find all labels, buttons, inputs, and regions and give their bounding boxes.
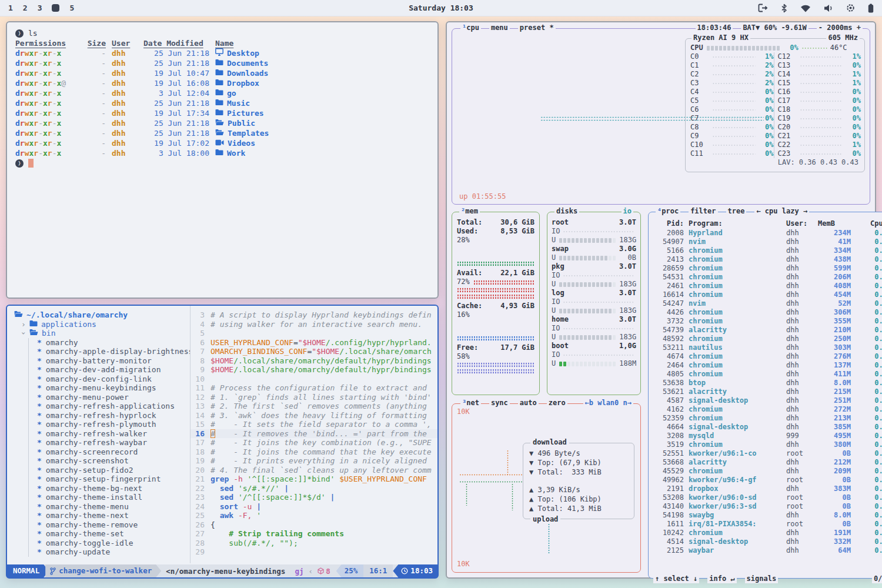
process-row[interactable]: 5166chromium dhh334M 0.0 — [653, 246, 882, 255]
terminal-window[interactable]: ❭ ls Permissions Size User Date Modified… — [6, 21, 439, 299]
process-row[interactable]: 4426chromium dhh306M 0.0 — [653, 308, 882, 317]
process-row[interactable]: 45529chromium dhh209M 0.0 — [653, 467, 882, 476]
proc-footer-action[interactable]: info ↵ — [707, 574, 736, 583]
tab-zero[interactable]: zero — [547, 399, 567, 407]
tree-file[interactable]: *omarchy-theme-install — [29, 493, 190, 502]
system-monitor-window[interactable]: ¹cpumenupreset * 18:03:46 BAT▼ 60% -9.61… — [446, 21, 876, 579]
process-row[interactable]: 2125waybar dhh64M 0.0 — [653, 546, 882, 555]
process-row[interactable]: 53621alacritty dhh215M 0.0 — [653, 387, 882, 396]
tab-io[interactable]: io — [622, 207, 633, 216]
tree-file[interactable]: *omarchy-dev-config-link — [29, 375, 190, 384]
gear-icon[interactable] — [846, 4, 855, 12]
tree-file[interactable]: *omarchy-screenrecord — [29, 447, 190, 457]
process-row[interactable]: 2008Hyprland dhh234M 0.0 — [653, 229, 882, 238]
tree-file[interactable]: *omarchy-theme-remove — [29, 520, 190, 530]
process-row[interactable]: 10242chromium dhh191M 0.0 — [653, 529, 882, 537]
tree-file[interactable]: *omarchy-refresh-hyprlock — [29, 411, 190, 420]
process-row[interactable]: 1611irq/81-PIXA3854: root0B 0.0 — [653, 520, 882, 529]
tree-file[interactable]: *omarchy-refresh-applications — [29, 402, 190, 411]
process-row[interactable]: 2413chromium dhh438M 0.0 — [653, 255, 882, 264]
tree-dir-applications[interactable]: ›applications — [13, 320, 190, 329]
tree-file[interactable]: *omarchy-refresh-walker — [29, 429, 190, 439]
tree-dir-bin[interactable]: ›bin — [13, 329, 190, 338]
tree-file[interactable]: *omarchy-setup-fingerprint — [29, 475, 190, 484]
proc-footer-action[interactable]: signals — [745, 574, 779, 583]
process-row[interactable]: 4805chromium dhh411M 0.0 — [653, 370, 882, 379]
process-row[interactable]: 43140kworker/u96:3-sd root0B 0.0 — [653, 502, 882, 511]
tab-net[interactable]: ³net — [460, 399, 481, 407]
net-interface[interactable]: ←b wlan0 n→ — [583, 399, 633, 407]
battery-icon[interactable] — [868, 4, 874, 13]
tree-root[interactable]: ~/.local/share/omarchy — [13, 310, 190, 320]
process-row[interactable]: 16614chromium dhh454M 0.0 — [653, 290, 882, 299]
tree-file[interactable]: *omarchy-battery-monitor — [29, 356, 190, 366]
process-row[interactable]: 4514signal-desktop dhh332M 0.0 — [653, 537, 882, 546]
process-row[interactable]: 54531chromium dhh206M 0.0 — [653, 273, 882, 282]
process-row[interactable]: 3519chromium dhh380M 0.0 — [653, 440, 882, 449]
line-number: 28 — [191, 539, 211, 548]
process-row[interactable]: 53211nautilus dhh303M 0.0 — [653, 343, 882, 352]
volume-icon[interactable] — [824, 4, 833, 12]
tab-tree[interactable]: tree — [726, 207, 747, 216]
process-row[interactable]: 2461chromium dhh408M 0.0 — [653, 282, 882, 290]
process-row[interactable]: 2191dropbox dhh383M 0.0 — [653, 485, 882, 493]
tree-file[interactable]: *omarchy-theme-set — [29, 529, 190, 539]
tab-auto[interactable]: auto — [518, 399, 539, 407]
process-row[interactable]: 53638btop dhh8.0M 0.0 — [653, 379, 882, 387]
editor-window[interactable]: ~/.local/share/omarchy ›applications ›bi… — [6, 305, 439, 579]
tab-proc[interactable]: ⁴proc — [656, 207, 680, 216]
tree-file[interactable]: *omarchy-update — [29, 547, 190, 557]
tab-mem[interactable]: ²mem — [459, 207, 480, 216]
tree-file[interactable]: *omarchy — [29, 338, 190, 348]
tree-file[interactable]: *omarchy-toggle-idle — [29, 539, 190, 548]
tree-file[interactable]: *omarchy-theme-menu — [29, 502, 190, 512]
process-row[interactable]: 52359chromium dhh213M 0.0 — [653, 414, 882, 423]
process-row[interactable]: 53668alacritty dhh212M 0.0 — [653, 458, 882, 467]
tab--cpu-lazy-[interactable]: ← cpu lazy → — [754, 207, 809, 216]
process-row[interactable]: 3208mysqld 999495M 0.0 — [653, 432, 882, 440]
process-row[interactable]: 3732chromium dhh355M 0.0 — [653, 317, 882, 326]
process-row[interactable]: 48592chromium dhh250M 0.0 — [653, 335, 882, 343]
tab-menu[interactable]: menu — [489, 24, 510, 32]
process-row[interactable]: 4664signal-desktop dhh385M 0.0 — [653, 423, 882, 432]
tree-file[interactable]: *omarchy-setup-fido2 — [29, 466, 190, 475]
tree-file[interactable]: *omarchy-refresh-waybar — [29, 438, 190, 447]
bluetooth-icon[interactable] — [781, 4, 787, 13]
tab-disks[interactable]: disks — [554, 207, 579, 216]
tab-filter[interactable]: filter — [689, 207, 717, 216]
file-tree[interactable]: ~/.local/share/omarchy ›applications ›bi… — [7, 306, 191, 563]
file-owner: dhh — [112, 108, 138, 118]
process-row[interactable]: 28659chromium dhh599M 0.0 — [653, 264, 882, 273]
process-row[interactable]: 54198swaybg dhh8.0M 0.0 — [653, 511, 882, 520]
code-editor[interactable]: 3# A script to display Hyprland keybindi… — [191, 306, 437, 563]
process-row[interactable]: 52551kworker/u96:1-co root0B 0.0 — [653, 449, 882, 458]
tree-file[interactable]: *omarchy-theme-next — [29, 511, 190, 520]
process-row[interactable]: 54247nvim dhh52M 0.0 — [653, 299, 882, 308]
tree-file[interactable]: *omarchy-menu-keybindings — [29, 383, 190, 393]
tree-file[interactable]: *omarchy-menu-power — [29, 393, 190, 402]
process-row[interactable]: 53208kworker/u96:0-sd root0B 0.0 — [653, 493, 882, 502]
process-row[interactable]: 54739alacritty dhh210M 0.0 — [653, 326, 882, 335]
tab-preset-[interactable]: preset * — [518, 24, 556, 32]
process-row[interactable]: 2464chromium dhh137M 0.0 — [653, 361, 882, 370]
process-row[interactable]: 4674chromium dhh276M 0.0 — [653, 352, 882, 361]
prompt-line[interactable]: ❭ — [15, 158, 429, 168]
tree-file[interactable]: *omarchy-screenshot — [29, 456, 190, 466]
process-row[interactable]: 4162chromium dhh272M 0.0 — [653, 405, 882, 414]
wifi-icon[interactable] — [800, 4, 811, 12]
filename: <n/omarchy-menu-keybindings — [166, 567, 285, 576]
process-list-header[interactable]: Pid: Program: User: MemB Cpu% ↑ — [653, 219, 882, 229]
process-row[interactable]: 49962kworker/u96:4-gf root0B 0.0 — [653, 476, 882, 485]
proc-footer-action[interactable]: ↑ select ↓ — [653, 574, 699, 583]
tree-file[interactable]: *omarchy-apple-display-brightness — [29, 347, 190, 356]
git-branch[interactable]: change-wofi-to-walker — [45, 564, 161, 577]
tab-sync[interactable]: sync — [489, 399, 510, 407]
process-row[interactable]: 4587signal-desktop dhh251M 0.0 — [653, 396, 882, 405]
refresh-rate[interactable]: - 2000ms + — [817, 24, 863, 32]
tree-file[interactable]: *omarchy-theme-bg-next — [29, 484, 190, 493]
process-row[interactable]: 54907nvim dhh41M 0.0 — [653, 238, 882, 246]
tree-file[interactable]: *omarchy-refresh-plymouth — [29, 420, 190, 429]
tab-cpu[interactable]: ¹cpu — [460, 24, 481, 32]
tree-file[interactable]: *omarchy-dev-add-migration — [29, 365, 190, 375]
logout-icon[interactable] — [758, 4, 768, 12]
